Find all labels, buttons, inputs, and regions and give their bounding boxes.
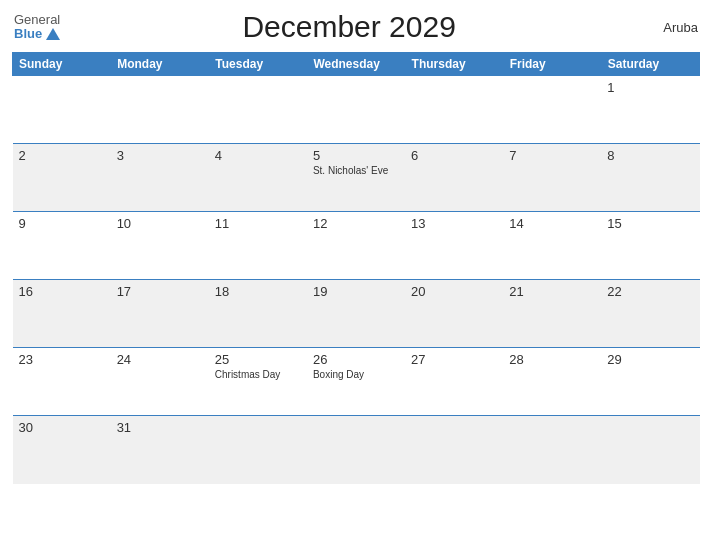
day-cell: 2 (13, 144, 111, 212)
day-cell: 7 (503, 144, 601, 212)
country-label: Aruba (638, 20, 698, 35)
header-thursday: Thursday (405, 53, 503, 76)
day-number: 7 (509, 148, 595, 163)
logo-general-text: General (14, 13, 60, 27)
day-cell: 16 (13, 280, 111, 348)
day-cell: 31 (111, 416, 209, 484)
day-cell: 23 (13, 348, 111, 416)
day-cell: 5St. Nicholas' Eve (307, 144, 405, 212)
header-sunday: Sunday (13, 53, 111, 76)
calendar-table: Sunday Monday Tuesday Wednesday Thursday… (12, 52, 700, 484)
day-number: 4 (215, 148, 301, 163)
header-monday: Monday (111, 53, 209, 76)
day-number: 12 (313, 216, 399, 231)
day-cell: 25Christmas Day (209, 348, 307, 416)
day-number: 3 (117, 148, 203, 163)
day-cell (405, 416, 503, 484)
week-row-4: 232425Christmas Day26Boxing Day272829 (13, 348, 700, 416)
header-tuesday: Tuesday (209, 53, 307, 76)
day-cell: 18 (209, 280, 307, 348)
day-cell: 20 (405, 280, 503, 348)
day-cell (209, 416, 307, 484)
day-number: 22 (607, 284, 693, 299)
day-number: 1 (607, 80, 693, 95)
day-cell: 30 (13, 416, 111, 484)
day-cell (405, 76, 503, 144)
day-cell: 29 (601, 348, 699, 416)
day-number: 28 (509, 352, 595, 367)
day-number: 25 (215, 352, 301, 367)
header-saturday: Saturday (601, 53, 699, 76)
logo: General Blue (14, 13, 60, 42)
holiday-label: Boxing Day (313, 369, 399, 380)
day-cell: 26Boxing Day (307, 348, 405, 416)
day-cell: 14 (503, 212, 601, 280)
logo-triangle-icon (46, 28, 60, 40)
day-number: 8 (607, 148, 693, 163)
day-number: 20 (411, 284, 497, 299)
day-cell (209, 76, 307, 144)
day-number: 16 (19, 284, 105, 299)
day-number: 27 (411, 352, 497, 367)
header-wednesday: Wednesday (307, 53, 405, 76)
day-cell: 1 (601, 76, 699, 144)
week-row-5: 3031 (13, 416, 700, 484)
calendar-header: General Blue December 2029 Aruba (12, 10, 700, 44)
day-cell (111, 76, 209, 144)
day-number: 15 (607, 216, 693, 231)
day-number: 24 (117, 352, 203, 367)
day-number: 14 (509, 216, 595, 231)
day-number: 17 (117, 284, 203, 299)
logo-blue-text: Blue (14, 27, 60, 41)
day-number: 6 (411, 148, 497, 163)
week-row-3: 16171819202122 (13, 280, 700, 348)
day-number: 5 (313, 148, 399, 163)
day-number: 29 (607, 352, 693, 367)
week-row-1: 2345St. Nicholas' Eve678 (13, 144, 700, 212)
day-cell: 19 (307, 280, 405, 348)
day-number: 23 (19, 352, 105, 367)
day-number: 31 (117, 420, 203, 435)
day-cell: 22 (601, 280, 699, 348)
day-cell: 24 (111, 348, 209, 416)
week-row-2: 9101112131415 (13, 212, 700, 280)
day-cell: 9 (13, 212, 111, 280)
day-cell: 8 (601, 144, 699, 212)
day-number: 2 (19, 148, 105, 163)
month-title: December 2029 (60, 10, 638, 44)
day-cell: 28 (503, 348, 601, 416)
day-cell: 10 (111, 212, 209, 280)
day-number: 11 (215, 216, 301, 231)
day-cell (601, 416, 699, 484)
day-cell: 21 (503, 280, 601, 348)
day-cell (307, 416, 405, 484)
day-number: 26 (313, 352, 399, 367)
day-cell (503, 76, 601, 144)
day-number: 9 (19, 216, 105, 231)
day-cell: 4 (209, 144, 307, 212)
day-cell: 11 (209, 212, 307, 280)
day-cell: 15 (601, 212, 699, 280)
weekday-header-row: Sunday Monday Tuesday Wednesday Thursday… (13, 53, 700, 76)
holiday-label: St. Nicholas' Eve (313, 165, 399, 176)
day-number: 19 (313, 284, 399, 299)
calendar-container: General Blue December 2029 Aruba Sunday … (0, 0, 712, 550)
day-cell: 13 (405, 212, 503, 280)
holiday-label: Christmas Day (215, 369, 301, 380)
day-cell (307, 76, 405, 144)
day-number: 13 (411, 216, 497, 231)
day-cell: 12 (307, 212, 405, 280)
day-cell: 6 (405, 144, 503, 212)
header-friday: Friday (503, 53, 601, 76)
day-number: 10 (117, 216, 203, 231)
day-cell: 27 (405, 348, 503, 416)
day-cell: 17 (111, 280, 209, 348)
day-number: 21 (509, 284, 595, 299)
day-number: 30 (19, 420, 105, 435)
day-cell: 3 (111, 144, 209, 212)
week-row-0: 1 (13, 76, 700, 144)
day-cell (503, 416, 601, 484)
day-number: 18 (215, 284, 301, 299)
day-cell (13, 76, 111, 144)
